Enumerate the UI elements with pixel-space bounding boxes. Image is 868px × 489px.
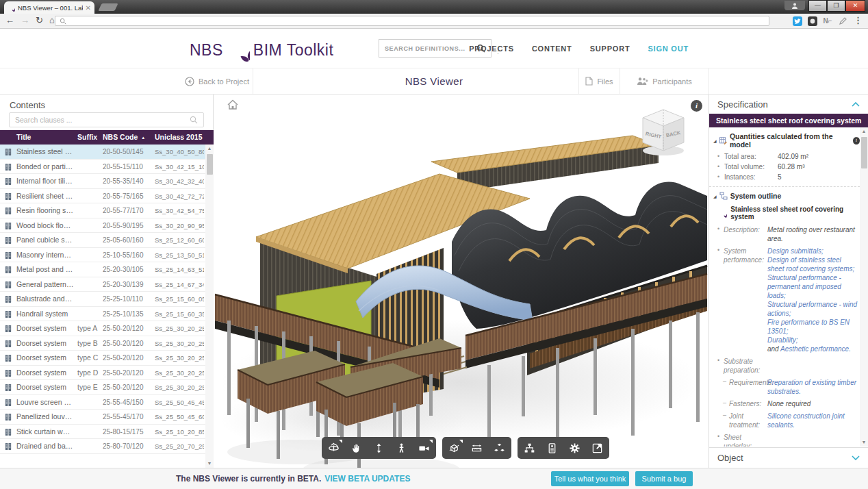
home-view-icon[interactable]: [226, 99, 240, 111]
quantities-section-header[interactable]: ◢ Quantities calculated from the model i: [709, 127, 860, 151]
spec-link[interactable]: Structural performance - wind actions;: [767, 301, 857, 317]
table-row[interactable]: Bonded or partially b...20-55-15/110Ss_3…: [0, 160, 205, 175]
contents-scrollbar[interactable]: ▲ ▼: [205, 145, 214, 468]
table-row[interactable]: Masonry internal leaf...25-10-55/160Ss_2…: [0, 248, 205, 263]
scroll-up-icon[interactable]: ▲: [205, 145, 214, 153]
scrollbar-thumb[interactable]: [861, 137, 867, 168]
scroll-up-icon[interactable]: ▲: [860, 127, 868, 136]
feedback-button[interactable]: Tell us what you think: [551, 471, 629, 486]
table-row[interactable]: Doorset systemtype D25-50-20/120Ss_25_30…: [0, 366, 205, 381]
model-viewport[interactable]: RIGHT BACK i: [214, 95, 709, 468]
table-row[interactable]: Resin flooring system20-55-77/170Ss_30_4…: [0, 203, 205, 218]
camera-tool-button[interactable]: [413, 437, 435, 459]
spec-link[interactable]: Structural performance - permanent and i…: [767, 274, 841, 299]
column-title[interactable]: Title: [16, 133, 31, 141]
explode-tool-button[interactable]: [488, 437, 511, 459]
building-model[interactable]: RIGHT BACK: [214, 95, 709, 468]
fullscreen-tool-button[interactable]: [586, 437, 609, 459]
measure-tool-button[interactable]: [465, 437, 488, 459]
browser-tab[interactable]: NBS Viewer – 001. Lakes ✕: [4, 1, 94, 14]
nav-sign-out[interactable]: SIGN OUT: [648, 45, 689, 53]
spec-link[interactable]: Design of stainless steel sheet roof cov…: [767, 256, 854, 273]
specification-panel: Specification Stainless steel sheet roof…: [709, 95, 868, 468]
nav-projects[interactable]: PROJECTS: [469, 45, 514, 53]
window-minimize-button[interactable]: —: [808, 0, 827, 12]
info-icon[interactable]: i: [853, 137, 860, 145]
clause-search-input[interactable]: Search clauses ...: [9, 112, 204, 127]
scrollbar-thumb[interactable]: [207, 154, 213, 175]
table-row[interactable]: Metal post and rail fe...25-20-30/105Ss_…: [0, 262, 205, 277]
window-close-button[interactable]: ✕: [845, 0, 865, 12]
back-button[interactable]: ←: [5, 15, 14, 25]
table-row[interactable]: Doorset systemtype B25-50-20/120Ss_25_30…: [0, 336, 205, 351]
forward-button[interactable]: →: [21, 15, 29, 25]
tab-close-icon[interactable]: ✕: [86, 4, 91, 12]
table-row[interactable]: General pattern wire ...25-20-30/139Ss_2…: [0, 277, 205, 292]
onenote-extension-icon[interactable]: N⌐: [823, 16, 832, 26]
nav-support[interactable]: SUPPORT: [590, 45, 630, 53]
table-row[interactable]: Internal floor tiling sy...20-55-35/140S…: [0, 174, 205, 189]
pan-tool-button[interactable]: [345, 437, 368, 459]
collapse-triangle-icon[interactable]: ◢: [713, 194, 717, 199]
spec-link[interactable]: Design submittals;: [767, 247, 824, 255]
submit-bug-button[interactable]: Submit a bug: [635, 471, 693, 486]
row-title: Doorset system: [16, 339, 74, 347]
nbs-bim-toolkit-logo[interactable]: NBS BIM Toolkit: [190, 38, 333, 62]
table-row[interactable]: Louvre screen system25-55-45/150Ss_25_50…: [0, 395, 205, 410]
scroll-down-icon[interactable]: ▼: [205, 460, 214, 468]
table-row[interactable]: Doorset systemtype E25-50-20/120Ss_25_30…: [0, 380, 205, 395]
browser-menu-icon[interactable]: ⋮: [854, 15, 863, 25]
table-row[interactable]: Panel cubicle system25-05-60/160Ss_25_12…: [0, 233, 205, 248]
dark-extension-icon[interactable]: [808, 16, 817, 26]
column-nbs-code-sort-asc[interactable]: NBS Code: [103, 133, 145, 141]
chevron-down-icon[interactable]: [852, 455, 860, 460]
address-bar[interactable]: [55, 16, 769, 26]
chevron-up-icon[interactable]: [852, 102, 860, 107]
files-button[interactable]: Files: [578, 68, 620, 94]
spec-link[interactable]: Aesthetic performance.: [780, 345, 851, 353]
object-section-header[interactable]: Object: [709, 447, 868, 468]
properties-tool-button[interactable]: [541, 437, 563, 459]
table-row[interactable]: Balustrade and guard...25-25-10/110Ss_25…: [0, 292, 205, 307]
profile-icon[interactable]: [784, 1, 805, 10]
spec-link[interactable]: Preparation of existing timber substrate…: [767, 379, 856, 395]
participants-button[interactable]: Participants: [620, 68, 709, 94]
row-uniclass: Ss_25_30_20_25: [155, 354, 204, 362]
table-row[interactable]: Drained and back-ve...25-80-70/120Ss_25_…: [0, 439, 205, 454]
table-row[interactable]: Stick curtain walling ...25-80-15/175Ss_…: [0, 425, 205, 440]
spec-link[interactable]: Durability;: [767, 336, 797, 344]
table-row[interactable]: Handrail system25-25-10/135Ss_25_15_60_3…: [0, 307, 205, 322]
specification-header[interactable]: Specification: [709, 95, 868, 114]
specification-scrollbar[interactable]: ▲ ▼: [860, 127, 868, 447]
new-tab-button[interactable]: [98, 3, 118, 11]
info-icon[interactable]: i: [691, 100, 702, 112]
system-outline-section-header[interactable]: ◢ System outline: [709, 187, 860, 203]
orbit-tool-button[interactable]: [322, 437, 345, 459]
table-row[interactable]: Wood block flooring ...20-55-90/195Ss_30…: [0, 218, 205, 234]
scroll-down-icon[interactable]: ▼: [860, 438, 868, 447]
spec-link[interactable]: Fire performance to BS EN 13501;: [767, 318, 850, 335]
refresh-button[interactable]: ↻: [36, 15, 43, 25]
zoom-tool-button[interactable]: [368, 437, 390, 459]
column-suffix[interactable]: Suffix: [77, 133, 97, 141]
table-row[interactable]: Doorset systemtype C25-50-20/120Ss_25_30…: [0, 351, 205, 366]
column-uniclass[interactable]: Uniclass 2015: [155, 133, 202, 141]
collapse-triangle-icon[interactable]: ◢: [713, 138, 717, 143]
table-row[interactable]: Stainless steel sheet ...20-50-50/145Ss_…: [0, 145, 205, 160]
back-to-project-button[interactable]: Back to Project: [0, 68, 253, 94]
table-row[interactable]: Panellized louvre scr...25-55-45/170Ss_2…: [0, 410, 205, 425]
section-tool-button[interactable]: [443, 437, 465, 459]
home-button[interactable]: ⌂: [49, 15, 55, 25]
table-row[interactable]: Resilient sheet floori...20-55-75/165Ss_…: [0, 189, 205, 204]
window-restore-button[interactable]: ❐: [827, 0, 845, 12]
model-tree-tool-button[interactable]: [518, 437, 541, 459]
view-beta-updates-link[interactable]: VIEW BETA UPDATES: [324, 474, 410, 484]
pen-extension-icon[interactable]: [838, 16, 847, 26]
settings-tool-button[interactable]: [563, 437, 586, 459]
table-row[interactable]: Doorset systemtype A25-50-20/120Ss_25_30…: [0, 321, 205, 336]
nav-content[interactable]: CONTENT: [532, 45, 572, 53]
view-cube[interactable]: RIGHT BACK: [643, 110, 684, 155]
spec-link[interactable]: Silicone construction joint sealants.: [767, 412, 845, 429]
walk-tool-button[interactable]: [390, 437, 413, 459]
twitter-extension-icon[interactable]: [793, 16, 802, 26]
